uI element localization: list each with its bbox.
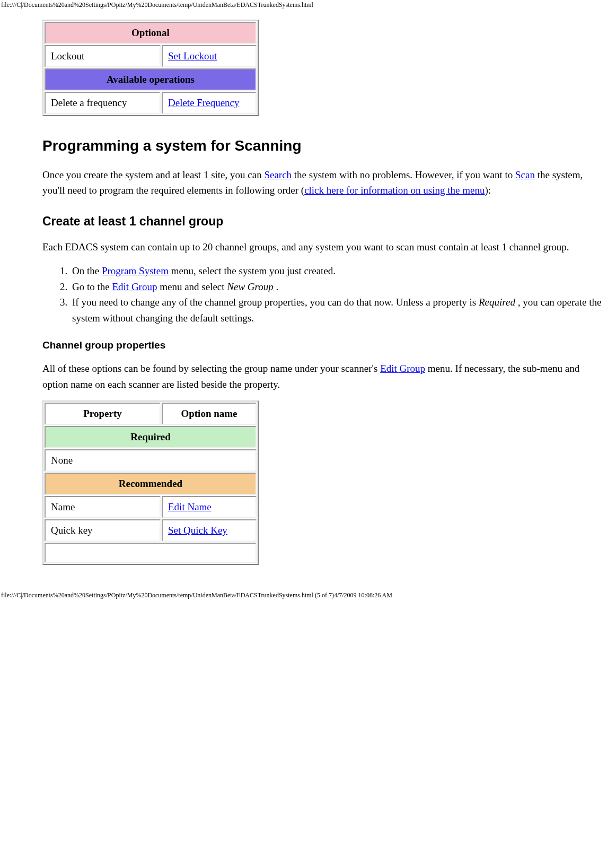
- file-path-header: file:///C|/Documents%20and%20Settings/PO…: [0, 0, 616, 9]
- lockout-label: Lockout: [45, 45, 161, 67]
- new-group-em: New Group: [227, 281, 273, 292]
- required-em: Required: [479, 297, 515, 308]
- available-operations-header: Available operations: [45, 68, 257, 91]
- none-cell: None: [45, 449, 257, 472]
- list-item: Go to the Edit Group menu and select New…: [70, 279, 605, 294]
- intro-paragraph: Once you create the system and at least …: [42, 167, 605, 198]
- option-name-column-header: Option name: [162, 403, 257, 425]
- file-path-footer: file:///C|/Documents%20and%20Settings/PO…: [0, 586, 616, 605]
- set-lockout-link[interactable]: Set Lockout: [168, 50, 217, 62]
- property-column-header: Property: [45, 403, 161, 425]
- scan-link[interactable]: Scan: [515, 169, 535, 180]
- page-body: Optional Lockout Set Lockout Available o…: [0, 9, 616, 586]
- edit-name-link[interactable]: Edit Name: [168, 501, 212, 512]
- table-row: Lockout Set Lockout: [45, 45, 257, 67]
- section-heading: Programming a system for Scanning: [42, 137, 605, 154]
- optional-header: Optional: [45, 22, 257, 44]
- delete-frequency-label: Delete a frequency: [45, 92, 161, 114]
- recommended-header: Recommended: [45, 473, 257, 495]
- group-intro-paragraph: Each EDACS system can contain up to 20 c…: [42, 239, 605, 255]
- table-row: Name Edit Name: [45, 496, 257, 518]
- frequency-options-table: Optional Lockout Set Lockout Available o…: [42, 20, 259, 116]
- properties-heading: Channel group properties: [42, 339, 605, 351]
- properties-paragraph: All of these options can be found by sel…: [42, 361, 605, 392]
- name-label: Name: [45, 496, 161, 518]
- list-item: On the Program System menu, select the s…: [70, 263, 605, 278]
- quick-key-label: Quick key: [45, 519, 161, 542]
- edit-group-link-2[interactable]: Edit Group: [380, 363, 425, 374]
- search-link[interactable]: Search: [264, 169, 292, 180]
- steps-list: On the Program System menu, select the s…: [42, 263, 605, 326]
- list-item: If you need to change any of the channel…: [70, 294, 605, 326]
- table-row: None: [45, 449, 257, 472]
- group-properties-table: Property Option name Required None Recom…: [42, 400, 259, 565]
- table-row: Delete a frequency Delete Frequency: [45, 92, 257, 114]
- set-quick-key-link[interactable]: Set Quick Key: [168, 525, 227, 536]
- required-header: Required: [45, 426, 257, 448]
- table-row: Quick key Set Quick Key: [45, 519, 257, 542]
- program-system-link[interactable]: Program System: [102, 265, 169, 276]
- subsection-heading: Create at least 1 channel group: [42, 214, 605, 229]
- edit-group-link[interactable]: Edit Group: [112, 281, 157, 292]
- delete-frequency-link[interactable]: Delete Frequency: [168, 97, 240, 108]
- menu-info-link[interactable]: click here for information on using the …: [304, 185, 485, 196]
